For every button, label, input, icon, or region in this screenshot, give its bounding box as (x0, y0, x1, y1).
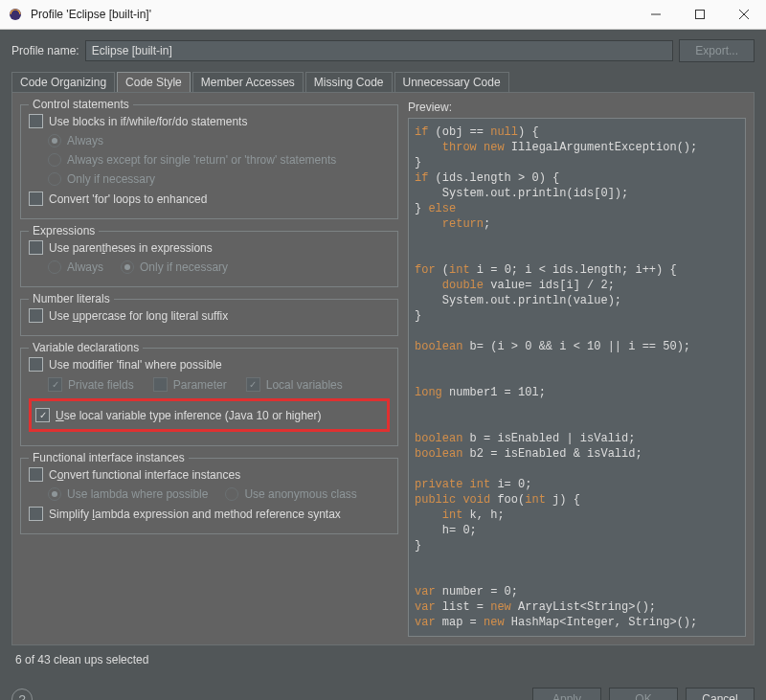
export-button[interactable]: Export... (679, 39, 755, 62)
use-blocks-label: Use blocks in if/while/for/do statements (49, 115, 247, 128)
use-paren-label: Use parentheses in expressions (49, 241, 213, 255)
convert-for-label: Convert 'for' loops to enhanced (49, 192, 207, 206)
use-anon-radio[interactable] (225, 487, 238, 501)
use-lambda-radio[interactable] (48, 487, 61, 501)
preview-column: Preview: if (obj == null) { throw new Il… (408, 101, 746, 637)
convert-for-checkbox[interactable] (29, 192, 43, 206)
local-vars-label: Local variables (266, 378, 343, 392)
main-panel: Control statements Use blocks in if/whil… (11, 92, 755, 645)
local-vars-checkbox (246, 377, 260, 392)
tab-missing-code[interactable]: Missing Code (305, 72, 393, 92)
use-upper-checkbox[interactable] (29, 308, 43, 323)
highlighted-option: Use local variable type inference (Java … (29, 398, 390, 432)
blocks-except-label: Always except for single 'return' or 'th… (67, 153, 336, 167)
profile-name-label: Profile name: (11, 44, 79, 57)
control-statements-legend: Control statements (29, 98, 133, 111)
control-statements-group: Control statements Use blocks in if/whil… (20, 104, 398, 219)
blocks-only-label: Only if necessary (67, 172, 155, 186)
maximize-button[interactable] (678, 0, 722, 29)
paren-always-radio[interactable] (48, 260, 61, 274)
use-final-checkbox[interactable] (29, 357, 43, 372)
simplify-lambda-label: Simplify lambda expression and method re… (49, 508, 341, 521)
tab-member-accesses[interactable]: Member Accesses (192, 72, 304, 92)
blocks-always-label: Always (67, 134, 103, 147)
tab-unnecessary-code[interactable]: Unnecessary Code (394, 72, 509, 92)
number-literals-legend: Number literals (29, 292, 114, 305)
use-paren-checkbox[interactable] (29, 240, 43, 255)
svg-rect-2 (696, 11, 705, 19)
functional-interface-group: Functional interface instances Convert f… (20, 458, 398, 534)
expressions-group: Expressions Use parentheses in expressio… (20, 231, 398, 287)
tabs: Code Organizing Code Style Member Access… (11, 72, 755, 92)
svg-point-0 (10, 9, 21, 20)
parameter-label: Parameter (173, 378, 227, 392)
ok-button[interactable]: OK (609, 688, 678, 700)
blocks-only-radio[interactable] (48, 172, 61, 186)
window-title: Profile 'Eclipse [built-in]' (31, 8, 151, 21)
functional-legend: Functional interface instances (29, 451, 189, 464)
variable-declarations-group: Variable declarations Use modifier 'fina… (20, 348, 398, 446)
use-upper-label: Use uppercase for long literal suffix (49, 309, 228, 323)
close-button[interactable] (722, 0, 766, 29)
paren-only-label: Only if necessary (140, 260, 228, 274)
expressions-legend: Expressions (29, 224, 99, 237)
tab-code-organizing[interactable]: Code Organizing (11, 72, 115, 92)
minimize-button[interactable] (634, 0, 678, 29)
use-final-label: Use modifier 'final' where possible (49, 358, 222, 372)
help-icon[interactable]: ? (11, 689, 33, 700)
blocks-except-radio[interactable] (48, 153, 61, 167)
paren-only-radio[interactable] (121, 260, 134, 274)
use-anon-label: Use anonymous class (244, 487, 356, 501)
titlebar: Profile 'Eclipse [built-in]' (0, 0, 766, 30)
convert-functional-checkbox[interactable] (29, 467, 43, 482)
profile-name-row: Profile name: Export... (11, 39, 755, 62)
apply-button[interactable]: Apply (532, 688, 601, 700)
paren-always-label: Always (67, 260, 103, 274)
use-blocks-checkbox[interactable] (29, 114, 43, 128)
simplify-lambda-checkbox[interactable] (29, 507, 43, 521)
footer: ? Apply OK Cancel (0, 684, 766, 700)
tab-code-style[interactable]: Code Style (117, 72, 191, 92)
blocks-always-radio[interactable] (48, 134, 61, 147)
profile-name-input[interactable] (85, 40, 674, 61)
eclipse-icon (8, 7, 23, 22)
convert-functional-label: Convert functional interface instances (49, 468, 240, 482)
cancel-button[interactable]: Cancel (686, 688, 755, 700)
use-var-inference-label: Use local variable type inference (Java … (56, 409, 321, 422)
parameter-checkbox (153, 377, 168, 392)
private-fields-checkbox (48, 377, 62, 392)
private-fields-label: Private fields (68, 378, 134, 392)
variable-declarations-legend: Variable declarations (29, 341, 143, 354)
number-literals-group: Number literals Use uppercase for long l… (20, 299, 398, 336)
preview-label: Preview: (408, 101, 746, 114)
options-column: Control statements Use blocks in if/whil… (20, 101, 398, 637)
preview-code: if (obj == null) { throw new IllegalArgu… (408, 118, 746, 637)
status-text: 6 of 43 clean ups selected (11, 645, 755, 674)
use-var-inference-checkbox[interactable] (35, 408, 50, 422)
use-lambda-label: Use lambda where possible (67, 487, 208, 501)
